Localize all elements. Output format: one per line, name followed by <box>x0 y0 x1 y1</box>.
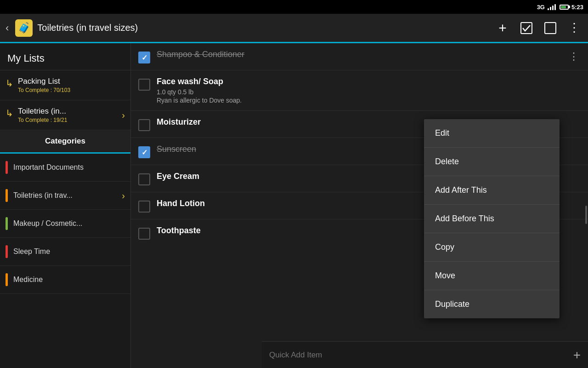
category-item-toiletries[interactable]: Toiletries (in trav... › <box>0 182 130 210</box>
svg-rect-1 <box>545 23 556 34</box>
sidebar-item-content: Packing List To Complete : 70/103 <box>18 77 125 93</box>
sidebar-list-name: Packing List <box>18 77 125 86</box>
list-item: Shampoo & Conditioner ⋮ <box>131 43 588 70</box>
list-icon-2: ↳ <box>6 108 13 119</box>
list-icon: ↳ <box>6 78 13 89</box>
item-checkbox-1[interactable] <box>138 52 150 63</box>
item-checkbox-2[interactable] <box>138 79 150 91</box>
check-all-button[interactable] <box>518 20 535 36</box>
top-toolbar: ‹ 🧳 Toiletries (in travel sizes) + ⋮ <box>0 14 588 43</box>
quick-add-plus-button[interactable]: + <box>573 348 581 362</box>
category-name-3: Makeup / Cosmetic... <box>13 219 125 228</box>
context-menu-copy[interactable]: Copy <box>424 233 560 262</box>
item-name-2: Face wash/ Soap <box>157 77 581 86</box>
quick-add-bar: + <box>262 341 588 368</box>
sidebar-list-name-2: Toiletries (in... <box>18 107 117 116</box>
sidebar-arrow-icon: › <box>122 110 125 121</box>
main-layout: My Lists ↳ Packing List To Complete : 70… <box>0 43 588 368</box>
sidebar: My Lists ↳ Packing List To Complete : 70… <box>0 43 131 368</box>
sidebar-header: My Lists <box>0 43 130 70</box>
context-menu-add-after[interactable]: Add After This <box>424 176 560 205</box>
content-area: Shampoo & Conditioner ⋮ Face wash/ Soap … <box>131 43 588 368</box>
category-item-sleep[interactable]: Sleep Time <box>0 238 130 266</box>
context-menu: Edit Delete Add After This Add Before Th… <box>424 119 560 318</box>
categories-button[interactable]: Categories <box>0 130 130 154</box>
status-bar: 3G 5:23 <box>0 0 588 14</box>
signal-icon <box>548 4 556 10</box>
item-checkbox-5[interactable] <box>138 173 150 185</box>
network-indicator: 3G <box>537 4 545 11</box>
svg-rect-0 <box>521 23 532 34</box>
category-name: Important Documents <box>13 163 125 172</box>
back-button[interactable]: ‹ <box>6 22 9 34</box>
category-item-documents[interactable]: Important Documents <box>0 154 130 182</box>
overflow-menu-button[interactable]: ⋮ <box>566 20 582 36</box>
sidebar-list-sub-2: To Complete : 19/21 <box>18 117 117 123</box>
category-item-medicine[interactable]: Medicine <box>0 266 130 294</box>
category-color-bar-5 <box>6 273 8 286</box>
battery-icon <box>560 5 569 10</box>
select-all-button[interactable] <box>542 20 559 36</box>
context-menu-add-before[interactable]: Add Before This <box>424 205 560 233</box>
quick-add-input[interactable] <box>269 351 573 360</box>
category-color-bar-3 <box>6 217 8 230</box>
item-checkbox-4[interactable] <box>138 146 150 158</box>
item-details-2: 1.0 qty 0.5 lb <box>157 88 581 96</box>
item-body-2: Face wash/ Soap 1.0 qty 0.5 lb Ryan is a… <box>157 77 581 104</box>
scroll-indicator <box>585 206 587 224</box>
page-title: Toiletries (in travel sizes) <box>37 23 490 33</box>
item-name-1: Shampoo & Conditioner <box>157 50 560 59</box>
category-color-bar-2 <box>6 189 8 202</box>
context-menu-delete[interactable]: Delete <box>424 148 560 176</box>
category-color-bar-4 <box>6 245 8 258</box>
category-color-bar <box>6 161 8 174</box>
category-name-2: Toiletries (in trav... <box>13 191 116 200</box>
context-menu-move[interactable]: Move <box>424 262 560 290</box>
add-button[interactable]: + <box>494 20 511 36</box>
category-name-5: Medicine <box>13 276 125 284</box>
sidebar-item-toiletries[interactable]: ↳ Toiletries (in... To Complete : 19/21 … <box>0 100 130 130</box>
toolbar-actions: + ⋮ <box>494 20 582 36</box>
app-icon: 🧳 <box>15 19 33 37</box>
item-note-2: Ryan is allergic to Dove soap. <box>157 97 581 104</box>
item-checkbox-6[interactable] <box>138 201 150 213</box>
context-menu-edit[interactable]: Edit <box>424 119 560 148</box>
sidebar-item-content-2: Toiletries (in... To Complete : 19/21 <box>18 107 117 123</box>
category-item-makeup[interactable]: Makeup / Cosmetic... <box>0 210 130 238</box>
category-name-4: Sleep Time <box>13 247 125 256</box>
sidebar-list-sub: To Complete : 70/103 <box>18 87 125 93</box>
context-menu-duplicate[interactable]: Duplicate <box>424 290 560 318</box>
time-display: 5:23 <box>571 4 583 11</box>
item-more-button-1[interactable]: ⋮ <box>567 51 581 63</box>
item-checkbox-3[interactable] <box>138 119 150 131</box>
item-checkbox-7[interactable] <box>138 228 150 240</box>
list-item-2: Face wash/ Soap 1.0 qty 0.5 lb Ryan is a… <box>131 70 588 111</box>
sidebar-item-packing-list[interactable]: ↳ Packing List To Complete : 70/103 <box>0 70 130 100</box>
category-arrow-icon: › <box>122 190 125 201</box>
item-body-1: Shampoo & Conditioner <box>157 50 560 59</box>
